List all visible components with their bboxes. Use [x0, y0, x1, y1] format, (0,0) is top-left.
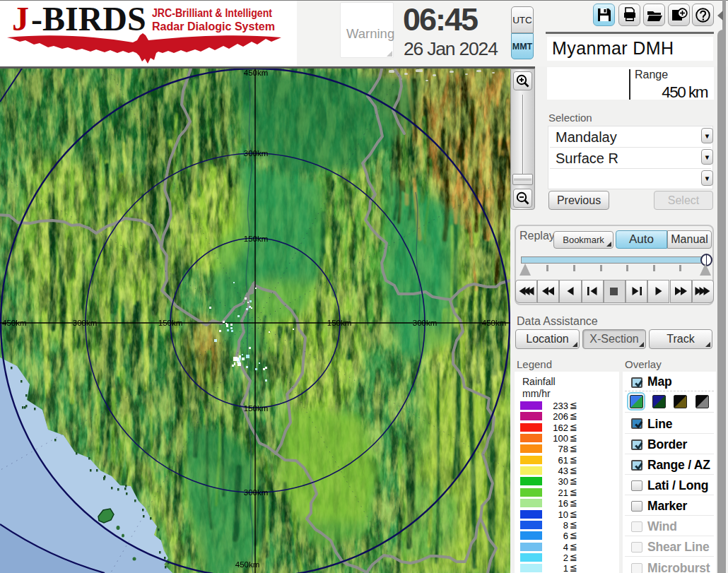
- svg-text:300km: 300km: [244, 149, 269, 158]
- svg-text:150km: 150km: [244, 235, 269, 243]
- svg-text:150km: 150km: [327, 319, 352, 327]
- svg-text:450km: 450km: [244, 69, 269, 77]
- svg-text:150km: 150km: [244, 404, 269, 413]
- svg-text:150km: 150km: [158, 319, 183, 327]
- svg-text:300km: 300km: [244, 488, 269, 497]
- svg-text:Radar Dialogic System: Radar Dialogic System: [152, 20, 275, 33]
- svg-text:450km: 450km: [235, 560, 260, 569]
- svg-text:450km: 450km: [2, 319, 27, 327]
- svg-text:JRC-Brilliant & Intelligent: JRC-Brilliant & Intelligent: [152, 7, 273, 19]
- svg-text:-BIRDS: -BIRDS: [31, 0, 146, 37]
- svg-text:300km: 300km: [413, 319, 438, 327]
- svg-text:J: J: [12, 0, 29, 37]
- svg-text:450km: 450km: [482, 319, 507, 327]
- svg-text:300km: 300km: [73, 319, 98, 327]
